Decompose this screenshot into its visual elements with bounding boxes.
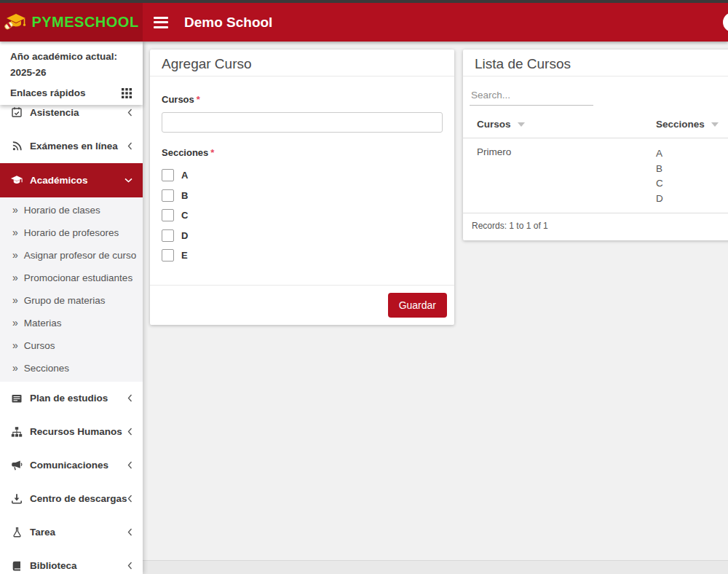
chevron-left-icon (127, 461, 132, 469)
add-course-card: Agregar Curso Cursos* Secciones* A B C (150, 50, 454, 325)
double-chevron-icon (12, 294, 18, 306)
section-option-row: C (162, 205, 443, 226)
sidebar-header: Año académico actual: 2025-26 Enlaces rá… (0, 42, 143, 105)
cursos-field-label: Cursos* (162, 94, 443, 105)
sidebar-item-tarea[interactable]: Tarea (0, 516, 143, 549)
double-chevron-icon (12, 317, 18, 329)
rss-icon (10, 141, 23, 152)
submenu-item-materias[interactable]: Materias (0, 312, 143, 334)
megaphone-icon (10, 460, 23, 471)
submenu-item-secciones[interactable]: Secciones (0, 357, 143, 380)
sidebar-item-centro-de-descargas[interactable]: Centro de descargas (0, 482, 143, 516)
double-chevron-icon (12, 362, 18, 374)
section-checkbox-c[interactable] (162, 209, 174, 221)
section-option-row: A (162, 165, 443, 186)
double-chevron-icon (12, 204, 18, 216)
sidebar-item-academicos[interactable]: Académicos (0, 163, 143, 197)
grid-icon[interactable] (121, 87, 132, 98)
school-title: Demo School (184, 15, 272, 31)
course-list-title: Lista de Cursos (463, 50, 728, 76)
section-checkbox-d[interactable] (162, 229, 174, 242)
cell-secciones: A B C D (656, 138, 728, 213)
submenu-item-promocionar-estudiantes[interactable]: Promocionar estudiantes (0, 267, 143, 289)
sidebar-menu: Asistencia Exámenes en línea (0, 95, 143, 574)
add-course-title: Agregar Curso (150, 50, 454, 76)
course-list-card: Lista de Cursos Cursos Secciones Primero (463, 50, 728, 240)
section-option-row: B (162, 186, 443, 206)
chevron-left-icon (127, 109, 132, 117)
brand-name: PYMESCHOOL (31, 14, 138, 31)
section-checkbox-a[interactable] (162, 169, 174, 181)
save-button[interactable]: Guardar (388, 293, 447, 318)
section-option-row: D (162, 226, 443, 246)
column-header-cursos[interactable]: Cursos (463, 110, 656, 138)
submenu-item-asignar-profesor[interactable]: Asignar profesor de curso (0, 244, 143, 267)
section-option-row: E (162, 245, 443, 266)
menu-toggle-icon[interactable] (154, 17, 168, 28)
sidebar: Año académico actual: 2025-26 Enlaces rá… (0, 42, 143, 574)
graduation-cap-logo-icon (4, 12, 27, 32)
required-asterisk: * (210, 147, 214, 158)
sidebar-item-recursos-humanos[interactable]: Recursos Humanos (0, 415, 143, 449)
sitemap-icon (10, 426, 23, 438)
double-chevron-icon (12, 339, 18, 351)
sidebar-item-comunicaciones[interactable]: Comunicaciones (0, 449, 143, 482)
sidebar-item-biblioteca[interactable]: Biblioteca (0, 549, 143, 574)
cell-curso: Primero (463, 138, 656, 213)
column-header-secciones[interactable]: Secciones (656, 110, 728, 138)
double-chevron-icon (12, 227, 18, 238)
section-checkbox-b[interactable] (162, 189, 174, 202)
user-avatar[interactable] (723, 12, 728, 32)
page-footer (143, 560, 728, 574)
cursos-input[interactable] (162, 112, 443, 133)
chevron-down-icon (124, 178, 132, 183)
sort-caret-icon (518, 122, 525, 127)
chevron-left-icon (127, 562, 132, 570)
academic-year-label: Año académico actual: (10, 49, 132, 65)
top-strip (0, 0, 728, 3)
calendar-check-icon (10, 106, 23, 118)
sort-caret-icon (711, 122, 719, 127)
submenu-item-horario-de-profesores[interactable]: Horario de profesores (0, 221, 143, 244)
submenu-item-horario-de-clases[interactable]: Horario de clases (0, 199, 143, 221)
chevron-left-icon (127, 428, 132, 436)
courses-table: Cursos Secciones Primero A B C D (463, 110, 728, 213)
brand-logo[interactable]: PYMESCHOOL (0, 3, 143, 42)
submenu-item-cursos[interactable]: Cursos (0, 334, 143, 357)
app-header: PYMESCHOOL Demo School (0, 3, 728, 42)
secciones-field-label: Secciones* (162, 147, 443, 158)
download-icon (10, 493, 23, 505)
section-checkbox-e[interactable] (162, 249, 174, 262)
table-row[interactable]: Primero A B C D (463, 138, 728, 213)
chevron-left-icon (127, 394, 132, 402)
book-icon (10, 560, 23, 572)
quick-links-label: Enlaces rápidos (10, 87, 86, 98)
academic-year-value: 2025-26 (10, 65, 132, 81)
chevron-left-icon (127, 142, 132, 150)
curriculum-icon (10, 393, 23, 404)
main-content: Agregar Curso Cursos* Secciones* A B C (143, 42, 728, 574)
header-main: Demo School (143, 3, 728, 42)
submenu-item-grupo-de-materias[interactable]: Grupo de materias (0, 289, 143, 312)
double-chevron-icon (12, 249, 18, 261)
chevron-left-icon (127, 528, 132, 536)
sidebar-item-plan-de-estudios[interactable]: Plan de estudios (0, 382, 143, 415)
sidebar-item-examenes[interactable]: Exámenes en línea (0, 130, 143, 164)
form-footer: Guardar (150, 285, 454, 325)
records-summary: Records: 1 to 1 of 1 (463, 213, 728, 231)
chevron-left-icon (127, 495, 132, 503)
flask-icon (10, 527, 23, 538)
graduation-cap-icon (10, 175, 23, 186)
double-chevron-icon (12, 272, 18, 283)
academicos-submenu: Horario de clases Horario de profesores … (0, 197, 143, 382)
search-input[interactable] (470, 86, 593, 106)
required-asterisk: * (197, 94, 200, 105)
